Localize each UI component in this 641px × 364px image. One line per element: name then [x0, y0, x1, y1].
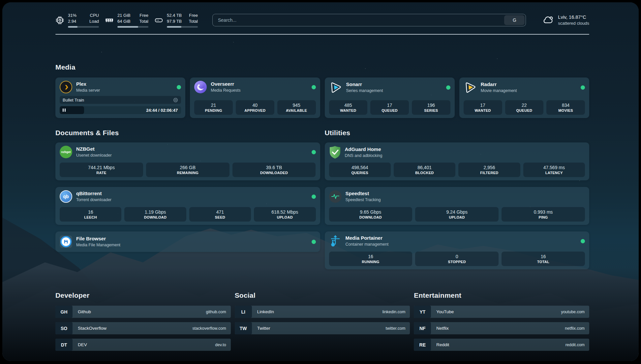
stat-value: 9.65 Gbps: [330, 209, 412, 215]
ram-icon: [105, 16, 114, 25]
playback-progress-bar[interactable]: 24:44 / 02:06:47: [60, 106, 181, 114]
search-engine-button[interactable]: G: [504, 15, 525, 25]
weather-location-temp: Lviv, 16.87°C: [558, 14, 589, 20]
pause-icon[interactable]: [63, 108, 66, 112]
memory-total-label: Total: [139, 18, 148, 24]
stat-box: 9.24 GbpsUPLOAD: [415, 207, 499, 222]
stat-box: 266 GBREMAINING: [146, 163, 229, 177]
media-grid: Plex Media server Bullet Train: [55, 77, 589, 118]
service-card-radarr[interactable]: Radarr Movie management 17WANTED 22QUEUE…: [459, 77, 589, 118]
service-subtitle: Media Requests: [211, 88, 240, 93]
stat-box: 834MOVIES: [546, 100, 585, 115]
bookmark-github[interactable]: GH Github github.com: [55, 306, 231, 318]
stat-label: SERIES: [412, 108, 450, 112]
stat-label: DOWNLOAD: [330, 215, 412, 219]
service-card-qbittorrent[interactable]: qb qBittorrent Torrent downloader 16LEEC…: [55, 187, 320, 225]
bookmark-reddit[interactable]: RE Reddit reddit.com: [414, 339, 589, 351]
radarr-play-icon: [464, 81, 477, 94]
stat-box: 471SEED: [189, 207, 251, 222]
bookmark-url: youtube.com: [561, 310, 585, 314]
stat-value: 16: [60, 209, 121, 215]
stat-box: 498,564QUERIES: [329, 163, 391, 177]
stat-value: 498,564: [330, 165, 390, 170]
bookmark-youtube[interactable]: YT YouTube youtube.com: [414, 306, 589, 318]
stat-value: 9.24 Gbps: [416, 209, 498, 215]
stat-label: QUEUED: [371, 108, 408, 112]
cpu-chip-icon: [55, 16, 64, 25]
search-input[interactable]: [213, 17, 504, 23]
section-title-utilities: Utilities: [325, 128, 590, 138]
stat-label: RATE: [60, 171, 142, 175]
weather-condition: scattered clouds: [558, 21, 589, 26]
cloud-icon: [542, 14, 554, 27]
bookmark-name: YouTube: [436, 309, 454, 314]
bookmark-netflix[interactable]: NF Netflix netflix.com: [414, 322, 589, 334]
bookmark-name: DEV: [78, 342, 87, 347]
stat-label: TOTAL: [502, 260, 584, 264]
service-card-filebrowser[interactable]: File Browser Media File Management: [55, 231, 320, 252]
stat-value: 47.569 ms: [524, 165, 584, 170]
bookmark-url: twitter.com: [386, 326, 406, 331]
search-bar[interactable]: G: [212, 14, 526, 26]
stat-value: 40: [236, 102, 274, 108]
stat-value: 16: [502, 254, 584, 259]
bookmark-group-title-entertainment: Entertainment: [414, 290, 589, 300]
service-card-portainer[interactable]: Media Portainer Container management 16R…: [325, 231, 590, 269]
service-subtitle: Usenet downloader: [76, 153, 112, 158]
stat-value: 17: [464, 102, 502, 108]
stat-box: 21PENDING: [194, 100, 233, 115]
weather-widget: Lviv, 16.87°C scattered clouds: [542, 14, 589, 27]
stat-box: 1.19 GbpsDOWNLOAD: [124, 207, 186, 222]
stat-value: 1.19 Gbps: [125, 209, 185, 215]
service-subtitle: DNS and adblocking: [345, 153, 382, 158]
stat-label: DOWNLOADED: [233, 171, 315, 175]
status-dot: [312, 85, 316, 89]
service-subtitle: Series management: [346, 88, 383, 93]
service-card-plex[interactable]: Plex Media server Bullet Train: [55, 77, 185, 118]
adguard-shield-icon: [329, 146, 341, 159]
nzbget-icon-text: nzbget: [61, 150, 71, 154]
stat-value: 39.6 TB: [233, 165, 315, 170]
cpu-label: CPU: [90, 13, 99, 18]
plex-icon: [60, 81, 72, 93]
stat-label: PING: [502, 215, 584, 219]
bookmark-twitter[interactable]: TW Twitter twitter.com: [235, 322, 410, 334]
cpu-load-value: 2.94: [68, 18, 76, 24]
service-card-overseerr[interactable]: Overseerr Media Requests 21PENDING 40APP…: [190, 77, 320, 118]
service-card-nzbget[interactable]: nzbget NZBGet Usenet downloader 744.21 M…: [55, 142, 320, 180]
status-dot: [312, 195, 316, 199]
service-name: AdGuard Home: [345, 146, 382, 153]
stat-value: 0: [416, 254, 498, 259]
stat-value: 744.21 Mbps: [60, 165, 142, 170]
stat-label: UPLOAD: [416, 215, 498, 219]
service-card-adguard[interactable]: AdGuard Home DNS and adblocking 498,564Q…: [325, 142, 590, 180]
service-card-speedtest[interactable]: Speedtest Speedtest Tracking 9.65 GbpsDO…: [325, 187, 590, 225]
bookmark-name: Netflix: [436, 326, 449, 331]
bookmark-abbr: LI: [235, 306, 252, 318]
dashboard-screen: 31%CPU 2.94Load 21 GiBFree 64 GiBTotal: [2, 2, 639, 361]
service-name: Speedtest: [346, 191, 381, 197]
bookmark-url: stackoverflow.com: [193, 326, 226, 331]
stream-info-icon[interactable]: [173, 98, 178, 103]
bookmark-dev-to[interactable]: DT DEV dev.to: [55, 339, 231, 351]
status-dot: [312, 150, 316, 154]
bookmarks-area: Developer GH Github github.com SO StackO…: [55, 290, 589, 351]
bookmark-url: dev.to: [215, 343, 226, 347]
bookmark-linkedin[interactable]: LI LinkedIn linkedin.com: [235, 306, 410, 318]
bookmark-url: reddit.com: [565, 343, 585, 347]
stat-box: 40APPROVED: [236, 100, 274, 115]
overseerr-icon: [194, 81, 207, 93]
stat-label: QUEUED: [506, 108, 543, 112]
stat-label: BLOCKED: [394, 171, 455, 175]
service-name: Media Portainer: [346, 235, 389, 241]
stat-label: WANTED: [330, 108, 367, 112]
service-card-sonarr[interactable]: Sonarr Series management 485WANTED 17QUE…: [325, 77, 455, 118]
storage-free-label: Free: [189, 13, 198, 18]
stat-box: 485WANTED: [329, 100, 368, 115]
bookmark-group-title-developer: Developer: [55, 290, 231, 300]
bookmark-stackoverflow[interactable]: SO StackOverflow stackoverflow.com: [55, 322, 231, 334]
storage-total-label: Total: [189, 18, 198, 24]
playback-time: 24:44 / 02:06:47: [146, 106, 178, 114]
stat-box: 2,956FILTERED: [458, 163, 520, 177]
bookmark-url: linkedin.com: [382, 310, 405, 314]
